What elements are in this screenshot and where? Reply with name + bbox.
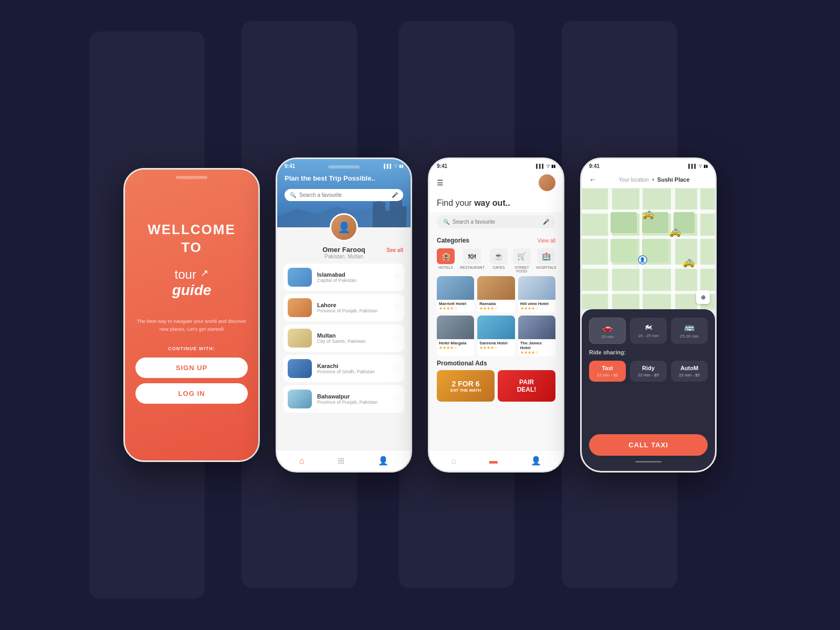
bottom-indicator <box>635 461 662 463</box>
home-nav-icon[interactable]: ⌂ <box>451 456 456 466</box>
ride-ridy[interactable]: Ridy 22 min - $5 <box>630 361 667 382</box>
map-view[interactable]: 🚕 🚕 🚕 👤 ⊕ <box>582 188 715 309</box>
car-icon: 🚗 <box>602 322 613 332</box>
avatar: 👤 <box>330 213 358 242</box>
login-button[interactable]: LOG IN <box>135 383 248 404</box>
view-all-link[interactable]: View all <box>538 238 555 244</box>
hotel-card[interactable]: Hotel Margala ★★★★☆ <box>437 316 474 356</box>
to-location: Sushi Place <box>657 176 690 183</box>
hotel-card[interactable]: The James Hotel ★★★★☆ <box>518 316 555 356</box>
favorite-icon[interactable]: ♡ <box>394 395 400 403</box>
back-button[interactable]: ← <box>589 175 596 184</box>
favorite-icon[interactable]: ♡ <box>394 334 400 342</box>
app-header: ☰ <box>429 171 563 194</box>
location-bar: ← Your location Sushi Place <box>582 171 715 188</box>
list-item[interactable]: Multan City of Saints, Pakistan ♡ <box>284 324 404 352</box>
promo-card-2[interactable]: PAIR DEAL! <box>498 370 555 402</box>
category-hotels[interactable]: 🏨 HOTELS <box>437 248 455 273</box>
tagline: The best way to navigate your world and … <box>135 317 248 333</box>
category-cafes[interactable]: ☕ CAFES <box>490 248 508 273</box>
favorite-icon[interactable]: ♡ <box>394 274 400 281</box>
search-icon: 🔍 <box>290 192 296 198</box>
ride-taxi[interactable]: Taxi 22 min - $5 <box>589 361 626 382</box>
signup-button[interactable]: SIGN UP <box>135 358 248 378</box>
list-item[interactable]: Islamabad Capital of Pakistan ♡ <box>284 264 404 291</box>
status-bar: 9:41 ▌▌▌ ▽ ▮▮ <box>582 159 715 171</box>
transport-car[interactable]: 🚗 15 min <box>589 318 626 344</box>
city-thumb <box>288 329 312 348</box>
bus-icon: 🚌 <box>684 322 695 332</box>
map-nav-icon[interactable]: ⊞ <box>338 456 344 466</box>
city-thumb <box>288 390 312 408</box>
city-thumb <box>288 298 312 317</box>
category-restaurant[interactable]: 🍽 RESTAURANT <box>460 248 485 273</box>
search-bar[interactable]: 🔍 🎤 <box>285 189 403 201</box>
transport-options: 🚗 15 min 🏍 16 - 25 min 🚌 25-30 min <box>589 318 708 344</box>
logo-tour: tour <box>175 267 196 281</box>
ride-autom[interactable]: AutoM 22 min - $5 <box>671 361 708 382</box>
card-nav-icon[interactable]: ▬ <box>489 456 498 466</box>
avatar[interactable] <box>539 174 555 191</box>
taxi-icon-2: 🚕 <box>642 207 655 219</box>
ride-options: Taxi 22 min - $5 Ridy 22 min - $5 AutoM … <box>589 361 708 382</box>
phone-4-taxi: 9:41 ▌▌▌ ▽ ▮▮ ← Your location Sushi Plac… <box>580 158 717 472</box>
phone-1-welcome: WELLCOME TO tour ↗ guide The best way to… <box>123 168 260 462</box>
category-hospitals[interactable]: 🏥 HOSPITALS <box>536 248 556 273</box>
status-time: 9:41 <box>285 163 295 169</box>
status-time: 9:41 <box>437 163 447 169</box>
hotels-grid: Marriott Hotel ★★★★☆ Ramada ★★★★☆ <box>429 276 563 360</box>
find-heading: Find your way out.. <box>429 194 563 212</box>
user-location: Pakistan, Multan <box>324 254 363 259</box>
hamburger-icon[interactable]: ☰ <box>437 178 444 187</box>
taxi-icon-3: 🚕 <box>682 255 695 268</box>
category-street-food[interactable]: 🛒 STREET FOOD <box>513 248 531 273</box>
status-bar: 9:41 ▌▌▌ ▽ ▮▮ <box>429 159 563 171</box>
location-button[interactable]: ⊕ <box>696 290 710 304</box>
bike-icon: 🏍 <box>644 322 653 331</box>
search-input[interactable] <box>453 219 540 225</box>
search-input[interactable] <box>299 192 388 198</box>
favorite-icon[interactable]: ♡ <box>394 304 400 311</box>
categories-section: Categories View all 🏨 HOTELS 🍽 RESTAURAN… <box>429 232 563 276</box>
categories-title: Categories <box>437 237 469 244</box>
search-icon: 🔍 <box>443 219 449 225</box>
mic-icon: 🎤 <box>392 192 398 198</box>
taxi-icon-1: 🚕 <box>668 225 681 237</box>
home-nav-icon[interactable]: ⌂ <box>299 456 304 466</box>
list-item[interactable]: Lahore Province of Punjab, Pakistan ♡ <box>284 294 404 321</box>
hotel-card[interactable]: Marriott Hotel ★★★★☆ <box>437 276 474 312</box>
transport-bike[interactable]: 🏍 16 - 25 min <box>630 318 667 344</box>
phone-2-cities: 9:41 ▌▌▌ ▽ ▮▮ Plan the best Trip Possibl… <box>276 158 412 472</box>
ride-panel: 🚗 15 min 🏍 16 - 25 min 🚌 25-30 min <box>582 309 715 471</box>
profile-nav-icon[interactable]: 👤 <box>531 456 541 466</box>
mic-icon: 🎤 <box>543 219 549 225</box>
hotel-card[interactable]: Sareena Hotel ★★★★☆ <box>477 316 514 356</box>
user-name: Omer Farooq <box>322 246 365 254</box>
promo-title: Promotional Ads <box>437 360 555 367</box>
search-bar[interactable]: 🔍 🎤 <box>437 215 555 228</box>
status-time: 9:41 <box>589 163 600 169</box>
profile-nav-icon[interactable]: 👤 <box>378 456 388 466</box>
ride-sharing-label: Ride sharing: <box>589 349 708 355</box>
welcome-title: WELLCOME TO <box>148 221 236 257</box>
hotel-card[interactable]: Ramada ★★★★☆ <box>477 276 514 312</box>
from-location: Your location <box>618 177 648 183</box>
city-thumb <box>288 359 312 378</box>
hero-text: Plan the best Trip Possible.. <box>285 174 403 183</box>
favorite-icon[interactable]: ♡ <box>394 365 400 372</box>
hotel-card[interactable]: Hill view Hotel ★★★★☆ <box>518 276 555 312</box>
list-item[interactable]: Karachi Province of Sindh, Pakistan ♡ <box>284 355 404 382</box>
promo-card-1[interactable]: 2 FOR 6 EAT THE MATH <box>437 370 495 402</box>
transport-bus[interactable]: 🚌 25-30 min <box>671 318 708 344</box>
logo-area: tour ↗ guide <box>172 267 212 299</box>
bottom-nav: ⌂ ⊞ 👤 <box>277 450 411 471</box>
logo-guide: guide <box>172 282 212 298</box>
list-item[interactable]: Bahawalpur Province of Punjab, Pakistan … <box>284 385 404 413</box>
promo-section: Promotional Ads 2 FOR 6 EAT THE MATH PAI… <box>429 360 563 402</box>
user-marker: 👤 <box>638 255 647 265</box>
user-profile: 👤 Omer Farooq Pakistan, Multan See all <box>277 227 411 264</box>
bottom-nav: ⌂ ▬ 👤 <box>429 450 563 471</box>
call-taxi-button[interactable]: CALL TAXI <box>589 434 708 456</box>
city-list: Islamabad Capital of Pakistan ♡ Lahore P… <box>277 264 411 450</box>
see-all-link[interactable]: See all <box>386 247 403 253</box>
